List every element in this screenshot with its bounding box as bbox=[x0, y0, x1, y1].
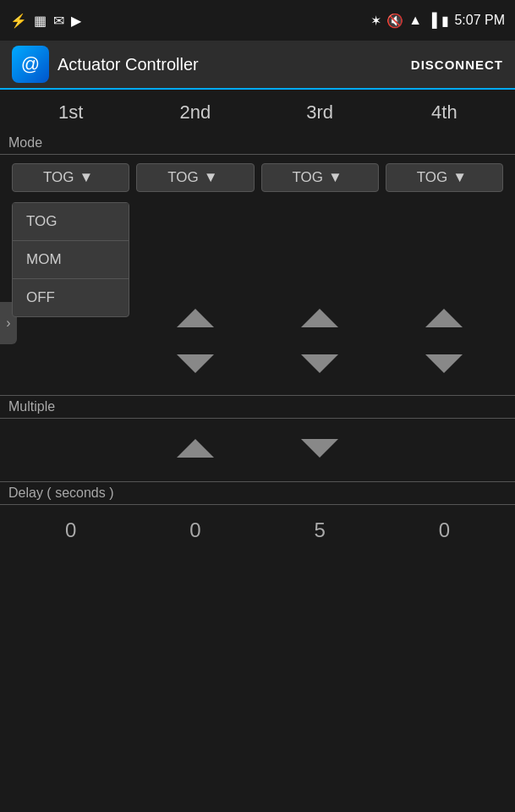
mode-row: TOG ▼ TOG MOM OFF TOG ▼ TOG ▼ TOG ▼ bbox=[0, 155, 515, 197]
mode-dropdown-1-container: TOG ▼ TOG MOM OFF bbox=[8, 163, 133, 192]
arrow-down-2[interactable] bbox=[174, 344, 216, 383]
status-time: 5:07 PM bbox=[454, 13, 505, 28]
app-bar: @ Actuator Controller DISCONNECT bbox=[0, 41, 515, 90]
status-icons-right: ✶ 🔇 ▲ ▐ ▮ 5:07 PM bbox=[370, 13, 505, 29]
multiple-arrow-up-cell bbox=[8, 429, 133, 468]
battery-icon: ▮ bbox=[441, 13, 449, 29]
sim-icon: ▦ bbox=[34, 13, 47, 29]
main-content: 1st 2nd 3rd 4th Mode TOG ▼ TOG MOM OFF T… bbox=[0, 90, 515, 556]
arrow-up-4-cell bbox=[382, 299, 507, 337]
mute-icon: 🔇 bbox=[386, 13, 403, 29]
usb-icon: ⚡ bbox=[10, 13, 27, 29]
delay-value-4: 0 bbox=[382, 518, 507, 542]
dropdown-option-off[interactable]: OFF bbox=[13, 279, 129, 316]
mode-dropdown-2[interactable]: TOG ▼ bbox=[136, 163, 254, 192]
col-header-3rd: 3rd bbox=[258, 102, 382, 123]
mode-dropdown-4[interactable]: TOG ▼ bbox=[386, 163, 503, 192]
column-headers: 1st 2nd 3rd 4th bbox=[0, 90, 515, 132]
arrow-down-4[interactable] bbox=[423, 344, 465, 383]
dropdown-arrow-4: ▼ bbox=[452, 169, 467, 186]
app-icon: @ bbox=[12, 46, 49, 83]
multiple-arrow-down-shape bbox=[301, 439, 338, 458]
mode-value-4: TOG bbox=[417, 169, 448, 186]
col-header-1st: 1st bbox=[8, 102, 133, 123]
mode-dropdown-3[interactable]: TOG ▼ bbox=[261, 163, 379, 192]
side-tab-icon: › bbox=[6, 315, 10, 331]
mode-value-2: TOG bbox=[167, 169, 199, 186]
multiple-arrow-down[interactable] bbox=[299, 429, 341, 468]
arrow-up-4-shape bbox=[425, 309, 463, 327]
arrow-up-3[interactable] bbox=[299, 299, 341, 337]
status-bar: ⚡ ▦ ✉ ▶ ✶ 🔇 ▲ ▐ ▮ 5:07 PM bbox=[0, 0, 515, 41]
arrow-up-2-shape bbox=[177, 309, 214, 327]
mode-label: Mode bbox=[0, 132, 515, 155]
arrow-up-2[interactable] bbox=[174, 299, 216, 337]
arrow-down-3[interactable] bbox=[299, 344, 341, 383]
app-bar-left: @ Actuator Controller bbox=[12, 46, 199, 83]
multiple-label: Multiple bbox=[0, 395, 515, 419]
delay-label: Delay ( seconds ) bbox=[0, 481, 515, 505]
arrow-down-1-cell bbox=[8, 344, 133, 383]
mail-icon: ✉ bbox=[53, 13, 64, 29]
play-icon: ▶ bbox=[71, 13, 81, 29]
delay-value-3: 5 bbox=[258, 518, 382, 542]
app-title: Actuator Controller bbox=[58, 55, 199, 74]
dropdown-option-mom[interactable]: MOM bbox=[13, 241, 129, 279]
delay-value-2: 0 bbox=[133, 518, 257, 542]
dropdown-option-tog[interactable]: TOG bbox=[13, 203, 129, 241]
arrow-down-4-shape bbox=[425, 354, 463, 373]
col-header-4th: 4th bbox=[382, 102, 507, 123]
arrow-down-3-cell bbox=[258, 344, 382, 383]
mode-dropdown-menu: TOG MOM OFF bbox=[12, 202, 129, 317]
arrow-up-4[interactable] bbox=[423, 299, 465, 337]
col-header-2nd: 2nd bbox=[133, 102, 257, 123]
arrow-down-2-cell bbox=[133, 344, 257, 383]
arrow-down-3-shape bbox=[301, 354, 338, 373]
bluetooth-icon: ✶ bbox=[370, 13, 381, 29]
arrow-down-4-cell bbox=[382, 344, 507, 383]
multiple-arrow-up-shape bbox=[177, 439, 214, 458]
delay-value-1: 0 bbox=[8, 518, 133, 542]
multiple-arrow-empty-cell bbox=[382, 429, 507, 468]
wifi-icon: ▲ bbox=[408, 13, 422, 28]
down-arrows-row bbox=[0, 341, 515, 392]
arrow-up-3-cell bbox=[258, 299, 382, 337]
signal-icon: ▐ bbox=[427, 13, 436, 28]
mode-dropdown-1[interactable]: TOG ▼ bbox=[12, 163, 129, 192]
dropdown-arrow-2: ▼ bbox=[204, 169, 218, 186]
multiple-arrow-up[interactable] bbox=[174, 429, 216, 468]
dropdown-arrow-3: ▼ bbox=[328, 169, 342, 186]
multiple-arrows-row bbox=[0, 419, 515, 478]
mode-value-1: TOG bbox=[43, 169, 74, 186]
arrow-down-2-shape bbox=[177, 354, 214, 373]
disconnect-button[interactable]: DISCONNECT bbox=[411, 58, 503, 72]
multiple-arrow-down-cell bbox=[258, 429, 382, 468]
multiple-arrow-up-2-cell bbox=[133, 429, 257, 468]
dropdown-arrow-1: ▼ bbox=[79, 169, 93, 186]
arrow-up-2-cell bbox=[133, 299, 257, 337]
mode-value-3: TOG bbox=[292, 169, 323, 186]
delay-row: 0 0 5 0 bbox=[0, 505, 515, 556]
status-icons-left: ⚡ ▦ ✉ ▶ bbox=[10, 13, 81, 29]
arrow-up-3-shape bbox=[301, 309, 338, 327]
